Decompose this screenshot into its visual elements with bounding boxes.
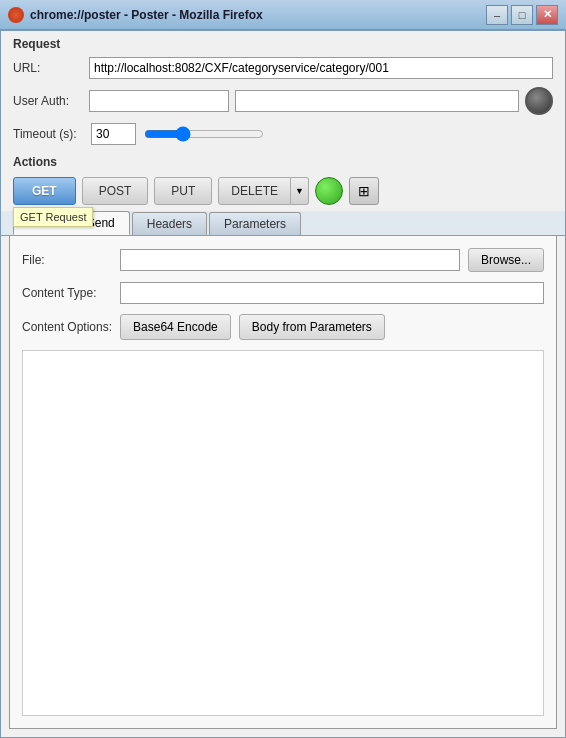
status-indicator xyxy=(315,177,343,205)
url-input[interactable] xyxy=(89,57,553,79)
delete-arrow-button[interactable]: ▼ xyxy=(291,177,309,205)
tab-headers[interactable]: Headers xyxy=(132,212,207,235)
auth-row: User Auth: xyxy=(1,83,565,119)
url-label: URL: xyxy=(13,61,83,75)
content-type-label: Content Type: xyxy=(22,286,112,300)
auth-username-input[interactable] xyxy=(89,90,229,112)
settings-icon: ⊞ xyxy=(358,183,370,199)
title-bar: chrome://poster - Poster - Mozilla Firef… xyxy=(0,0,566,30)
file-label: File: xyxy=(22,253,112,267)
delete-button-wrap: DELETE ▼ xyxy=(218,177,309,205)
browse-button[interactable]: Browse... xyxy=(468,248,544,272)
file-input[interactable] xyxy=(120,249,460,271)
body-from-params-button[interactable]: Body from Parameters xyxy=(239,314,385,340)
content-options-label: Content Options: xyxy=(22,320,112,334)
close-button[interactable]: ✕ xyxy=(536,5,558,25)
settings-button[interactable]: ⊞ xyxy=(349,177,379,205)
request-section-label: Request xyxy=(1,31,565,53)
timeout-row: Timeout (s): xyxy=(1,119,565,149)
window-controls: – □ ✕ xyxy=(486,5,558,25)
auth-button[interactable] xyxy=(525,87,553,115)
window-title: chrome://poster - Poster - Mozilla Firef… xyxy=(30,8,486,22)
post-button[interactable]: POST xyxy=(82,177,149,205)
content-type-input[interactable] xyxy=(120,282,544,304)
content-type-row: Content Type: xyxy=(22,282,544,304)
url-row: URL: xyxy=(1,53,565,83)
tab-parameters[interactable]: Parameters xyxy=(209,212,301,235)
base64-encode-button[interactable]: Base64 Encode xyxy=(120,314,231,340)
actions-row: GET GET Request POST PUT DELETE ▼ ⊞ xyxy=(1,171,565,211)
timeout-slider[interactable] xyxy=(144,126,264,142)
minimize-button[interactable]: – xyxy=(486,5,508,25)
content-body-area[interactable] xyxy=(22,350,544,716)
get-tooltip: GET Request xyxy=(13,207,93,227)
content-panel: File: Browse... Content Type: Content Op… xyxy=(9,236,557,729)
get-button-wrap: GET GET Request xyxy=(13,177,76,205)
put-button[interactable]: PUT xyxy=(154,177,212,205)
auth-label: User Auth: xyxy=(13,94,83,108)
restore-button[interactable]: □ xyxy=(511,5,533,25)
auth-password-input[interactable] xyxy=(235,90,519,112)
timeout-input[interactable] xyxy=(91,123,136,145)
timeout-label: Timeout (s): xyxy=(13,127,83,141)
delete-button[interactable]: DELETE xyxy=(218,177,291,205)
app-icon xyxy=(8,7,24,23)
actions-section-label: Actions xyxy=(1,149,565,171)
main-window: Request URL: User Auth: Timeout (s): Act… xyxy=(0,30,566,738)
get-button[interactable]: GET xyxy=(13,177,76,205)
content-options-row: Content Options: Base64 Encode Body from… xyxy=(22,314,544,340)
file-row: File: Browse... xyxy=(22,248,544,272)
